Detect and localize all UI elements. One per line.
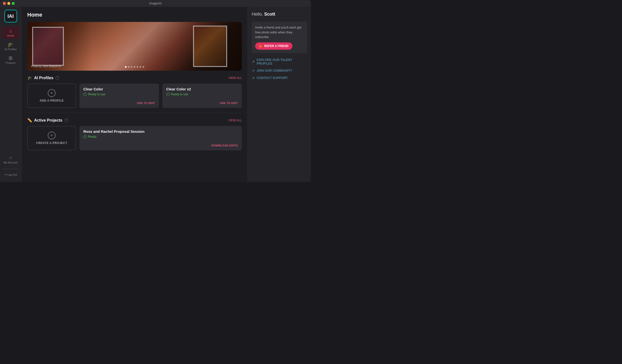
minimize-button[interactable]	[7, 2, 10, 5]
profile-card-1: Clear Color v2 ✓ Ready to use USE TO EDI…	[162, 84, 242, 108]
sidebar-label-projects: Projects	[6, 61, 16, 64]
invite-box: Invite a friend and you'll each get free…	[252, 22, 307, 53]
hero-dot-2[interactable]	[128, 66, 130, 68]
close-button[interactable]	[3, 2, 6, 5]
active-projects-title-row: ✏️ Active Projects ?	[27, 118, 68, 123]
active-projects-section-title: Active Projects	[34, 118, 62, 123]
logout-button[interactable]: ⇥ Log Out	[2, 172, 19, 177]
maximize-button[interactable]	[12, 2, 15, 5]
add-profile-label: ADD A PROFILE	[40, 99, 64, 102]
active-projects-section-header: ✏️ Active Projects ? VIEW ALL	[27, 118, 242, 123]
logo-text: IAI	[8, 13, 14, 19]
logout-label: Log Out	[7, 173, 17, 176]
project-action-0[interactable]: DOWNLOAD EDITS	[83, 144, 238, 147]
create-project-card[interactable]: + CREATE A PROJECT	[27, 126, 76, 150]
ai-profiles-title-row: 🎓 AI Profiles ?	[27, 76, 59, 80]
refer-friend-button[interactable]: 🎁 REFER A FRIEND	[255, 42, 292, 50]
account-icon: ○	[9, 155, 12, 160]
logout-icon: ⇥	[4, 173, 6, 176]
hero-dot-5[interactable]	[137, 66, 138, 68]
main-content: Home Photo by John Branch IV	[21, 7, 248, 182]
section-separator	[27, 113, 242, 113]
profile-name-1: Clear Color v2	[166, 87, 238, 91]
create-project-label: CREATE A PROJECT	[36, 141, 67, 145]
hero-photo-credit: Photo by John Branch IV	[31, 65, 61, 68]
refer-icon: 🎁	[259, 44, 263, 48]
project-status-0: ✓ Ready	[83, 135, 238, 138]
community-label: JOIN OUR COMMUNITY	[257, 69, 292, 72]
profile-card-0: Clear Color ✓ Ready to use USE TO EDIT	[79, 84, 159, 108]
sidebar: IAI ⌂ Home 🎓 AI Profiles ⊞ Projects ○ My…	[0, 7, 21, 182]
projects-icon: ⊞	[9, 56, 13, 60]
ai-profiles-help-button[interactable]: ?	[55, 76, 59, 80]
support-label: CONTACT SUPPORT	[257, 76, 288, 80]
hero-dot-3[interactable]	[131, 66, 133, 68]
title-bar: ImagenAI	[0, 0, 311, 7]
hero-dots	[125, 66, 144, 68]
active-projects-help-button[interactable]: ?	[64, 118, 68, 122]
community-icon: ↗	[252, 69, 255, 73]
profile-status-0: ✓ Ready to use	[83, 93, 155, 96]
sidebar-label-home: Home	[7, 34, 14, 37]
talent-profiles-icon: ↗	[252, 60, 255, 64]
sidebar-bottom: ○ My Account ⇥ Log Out	[0, 151, 21, 179]
active-projects-section-icon: ✏️	[27, 118, 32, 123]
status-check-icon-0: ✓	[83, 93, 87, 96]
app-container: IAI ⌂ Home 🎓 AI Profiles ⊞ Projects ○ My…	[0, 7, 311, 182]
ai-profiles-icon: 🎓	[8, 42, 14, 47]
ai-profiles-view-all[interactable]: VIEW ALL	[228, 76, 242, 80]
sidebar-divider	[3, 169, 18, 169]
invite-text: Invite a friend and you'll each get free…	[255, 26, 301, 39]
greeting: Hello, Scott	[252, 12, 307, 17]
support-icon: ↗	[252, 76, 255, 80]
talent-profiles-link[interactable]: ↗ EXPLORE OUR TALENT PROFILES	[252, 58, 307, 65]
sidebar-item-projects[interactable]: ⊞ Projects	[1, 54, 20, 66]
create-project-icon: +	[48, 132, 56, 139]
sidebar-nav: ⌂ Home 🎓 AI Profiles ⊞ Projects	[0, 26, 21, 66]
panel-links: ↗ EXPLORE OUR TALENT PROFILES ↗ JOIN OUR…	[252, 58, 307, 80]
account-label: My Account	[4, 161, 18, 164]
profile-action-0[interactable]: USE TO EDIT	[83, 102, 155, 105]
project-card-0: Ross and Rachel Proposal Session ✓ Ready…	[79, 126, 242, 150]
sidebar-item-ai-profiles[interactable]: 🎓 AI Profiles	[1, 40, 20, 53]
talent-profiles-label: EXPLORE OUR TALENT PROFILES	[257, 58, 307, 65]
ai-profiles-section-title: AI Profiles	[34, 76, 53, 80]
sidebar-item-home[interactable]: ⌂ Home	[1, 26, 20, 39]
support-link[interactable]: ↗ CONTACT SUPPORT	[252, 76, 307, 80]
app-logo[interactable]: IAI	[4, 10, 17, 22]
add-profile-icon: +	[48, 89, 56, 97]
home-icon: ⌂	[9, 28, 12, 33]
greeting-text: Hello,	[252, 12, 264, 17]
hero-dot-4[interactable]	[134, 66, 136, 68]
my-account-button[interactable]: ○ My Account	[1, 153, 20, 166]
status-check-icon-1: ✓	[166, 93, 170, 96]
ai-profiles-cards: + ADD A PROFILE Clear Color ✓ Ready to u…	[27, 84, 242, 108]
profile-action-1[interactable]: USE TO EDIT	[166, 102, 238, 105]
sidebar-label-ai-profiles: AI Profiles	[4, 48, 17, 51]
page-title: Home	[27, 12, 242, 18]
profile-status-text-1: Ready to use	[171, 93, 188, 96]
profile-name-0: Clear Color	[83, 87, 155, 91]
project-status-check-0: ✓	[83, 135, 87, 138]
active-projects-cards: + CREATE A PROJECT Ross and Rachel Propo…	[27, 126, 242, 150]
project-status-text-0: Ready	[88, 135, 97, 138]
ai-profiles-section-header: 🎓 AI Profiles ? VIEW ALL	[27, 76, 242, 80]
ai-profiles-section-icon: 🎓	[27, 76, 32, 80]
right-panel: Hello, Scott Invite a friend and you'll …	[248, 7, 311, 182]
project-name-0: Ross and Rachel Proposal Session	[83, 129, 238, 134]
hero-dot-6[interactable]	[140, 66, 141, 68]
window-title: ImagenAI	[149, 2, 162, 5]
add-profile-card[interactable]: + ADD A PROFILE	[27, 84, 76, 108]
active-projects-view-all[interactable]: VIEW ALL	[228, 119, 242, 122]
hero-dot-7[interactable]	[143, 66, 144, 68]
refer-label: REFER A FRIEND	[264, 44, 289, 48]
traffic-lights	[3, 2, 15, 5]
profile-status-text-0: Ready to use	[88, 93, 105, 96]
community-link[interactable]: ↗ JOIN OUR COMMUNITY	[252, 69, 307, 73]
hero-dot-1[interactable]	[125, 66, 127, 68]
profile-status-1: ✓ Ready to use	[166, 93, 238, 96]
hero-banner: Photo by John Branch IV	[27, 22, 242, 71]
user-name: Scott	[264, 12, 275, 17]
